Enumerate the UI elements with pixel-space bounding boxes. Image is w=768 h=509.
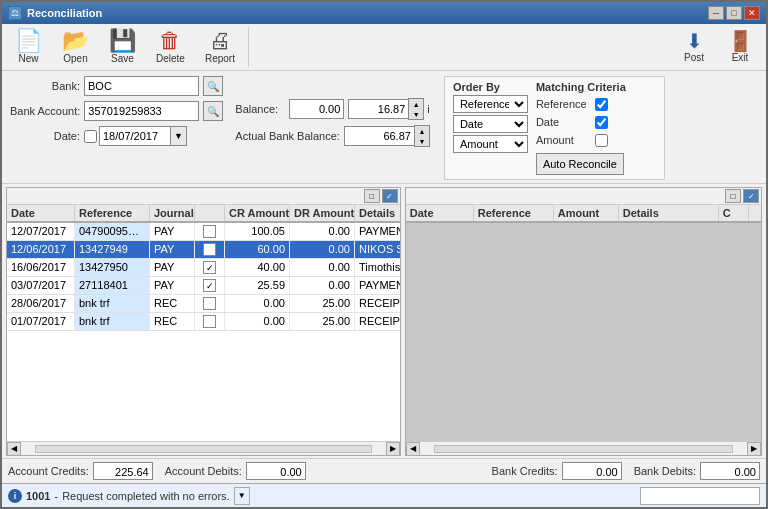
cell-cr-amount: 0.00	[225, 313, 290, 330]
cell-date: 28/06/2017	[7, 295, 75, 312]
auto-reconcile-button[interactable]: Auto Reconcile	[536, 153, 624, 175]
left-scrollbar-h[interactable]: ◀ ▶	[7, 441, 400, 455]
date-checkbox[interactable]	[84, 130, 97, 143]
left-table-row[interactable]: 12/06/2017 13427949 PAY ✓ 60.00 0.00 NIK…	[7, 241, 400, 259]
order-by-title: Order By	[453, 81, 528, 93]
order-by-date-select[interactable]: Date Reference Amount	[453, 115, 528, 133]
balance-input[interactable]	[289, 99, 344, 119]
right-tool-btn-2[interactable]: ✓	[743, 189, 759, 203]
save-button[interactable]: 💾 Save	[100, 27, 145, 67]
bank-debits-label: Bank Debits:	[634, 465, 696, 477]
bank-credits-value: 0.00	[562, 462, 622, 480]
cell-journal: PAY	[150, 223, 195, 240]
order-by-reference-row: Reference Date Amount	[453, 95, 528, 113]
minimize-button[interactable]: ─	[708, 6, 724, 20]
cell-dr-amount: 25.00	[290, 313, 355, 330]
open-button[interactable]: 📂 Open	[53, 27, 98, 67]
bank-account-input[interactable]	[84, 101, 199, 121]
actual-spin-buttons: ▲ ▼	[414, 125, 430, 147]
spin-up-button[interactable]: ▲	[409, 99, 423, 109]
post-label: Post	[684, 52, 704, 63]
bank-debits-value: 0.00	[700, 462, 760, 480]
report-button[interactable]: 🖨 Report	[196, 27, 244, 67]
cell-check[interactable]	[195, 313, 225, 330]
matching-reference-checkbox[interactable]	[595, 98, 608, 111]
rcol-c: C	[719, 205, 749, 221]
cell-cr-amount: 100.05	[225, 223, 290, 240]
left-tool-btn-2[interactable]: ✓	[382, 189, 398, 203]
left-table-row[interactable]: 12/07/2017 04790095907 PAY 100.05 0.00 P…	[7, 223, 400, 241]
window-title: Reconciliation	[27, 7, 102, 19]
delete-label: Delete	[156, 53, 185, 64]
left-table-row[interactable]: 01/07/2017 bnk trf REC 0.00 25.00 RECEIP…	[7, 313, 400, 331]
row-checkbox[interactable]	[203, 225, 216, 238]
maximize-button[interactable]: □	[726, 6, 742, 20]
new-icon: 📄	[15, 30, 42, 52]
scroll-left-button[interactable]: ◀	[7, 442, 21, 456]
account-credits-label: Account Credits:	[8, 465, 89, 477]
right-scrollbar-h[interactable]: ◀ ▶	[406, 441, 761, 455]
row-checkbox[interactable]	[203, 315, 216, 328]
delete-icon: 🗑	[159, 30, 181, 52]
cell-reference: bnk trf	[75, 313, 150, 330]
matching-date-checkbox[interactable]	[595, 116, 608, 129]
row-checkbox[interactable]: ✓	[203, 261, 216, 274]
actual-spin-up-button[interactable]: ▲	[415, 126, 429, 136]
cell-details: Timothis Pse	[355, 259, 400, 276]
bank-search-button[interactable]: 🔍	[203, 76, 223, 96]
row-checkbox[interactable]	[203, 297, 216, 310]
actual-balance-input[interactable]	[344, 126, 414, 146]
left-tool-btn-1[interactable]: □	[364, 189, 380, 203]
bank-input[interactable]	[84, 76, 199, 96]
left-table-row[interactable]: 28/06/2017 bnk trf REC 0.00 25.00 RECEIP…	[7, 295, 400, 313]
save-label: Save	[111, 53, 134, 64]
cell-date: 03/07/2017	[7, 277, 75, 294]
order-by-section: Order By Reference Date Amount Date Refe…	[453, 81, 528, 153]
cell-reference: 04790095907	[75, 223, 150, 240]
new-button[interactable]: 📄 New	[6, 27, 51, 67]
spin-down-button[interactable]: ▼	[409, 109, 423, 119]
order-by-amount-select[interactable]: Amount Reference Date	[453, 135, 528, 153]
right-scroll-track[interactable]	[434, 445, 733, 453]
balance-spin-input[interactable]	[348, 99, 408, 119]
date-picker-button[interactable]: ▼	[171, 126, 187, 146]
matching-amount-checkbox[interactable]	[595, 134, 608, 147]
left-scroll-track[interactable]	[35, 445, 372, 453]
matching-criteria-section: Matching Criteria Reference Date Amount …	[536, 81, 656, 175]
date-input[interactable]	[99, 126, 171, 146]
row-checkbox[interactable]: ✓	[203, 243, 216, 256]
row-checkbox[interactable]: ✓	[203, 279, 216, 292]
col-details: Details	[355, 205, 401, 221]
left-table-row[interactable]: 03/07/2017 27118401 PAY ✓ 25.59 0.00 PAY…	[7, 277, 400, 295]
cell-check[interactable]: ✓	[195, 277, 225, 294]
balance-label: Balance:	[235, 103, 285, 115]
actual-spin-down-button[interactable]: ▼	[415, 136, 429, 146]
exit-button[interactable]: 🚪 Exit	[718, 28, 762, 66]
status-separator: -	[54, 490, 58, 502]
cell-check[interactable]: ✓	[195, 241, 225, 258]
col-reference: Reference	[75, 205, 150, 221]
cell-details: PAYMENTS - 3	[355, 223, 400, 240]
scroll-right-button[interactable]: ▶	[386, 442, 400, 456]
close-button[interactable]: ✕	[744, 6, 760, 20]
delete-button[interactable]: 🗑 Delete	[147, 27, 194, 67]
order-by-reference-select[interactable]: Reference Date Amount	[453, 95, 528, 113]
right-tool-btn-1[interactable]: □	[725, 189, 741, 203]
cell-check[interactable]	[195, 295, 225, 312]
right-scroll-right-button[interactable]: ▶	[747, 442, 761, 456]
status-message: Request completed with no errors.	[62, 490, 230, 502]
cell-check[interactable]: ✓	[195, 259, 225, 276]
account-credits-value: 225.64	[93, 462, 153, 480]
window-icon: ⚖	[8, 6, 22, 20]
col-check	[195, 205, 225, 221]
date-row: Date: ▼	[10, 126, 223, 146]
left-table-row[interactable]: 16/06/2017 13427950 PAY ✓ 40.00 0.00 Tim…	[7, 259, 400, 277]
status-code: 1001	[26, 490, 50, 502]
status-dropdown-button[interactable]: ▼	[234, 487, 250, 505]
bank-account-search-button[interactable]: 🔍	[203, 101, 223, 121]
cell-cr-amount: 40.00	[225, 259, 290, 276]
cell-check[interactable]	[195, 223, 225, 240]
right-scroll-left-button[interactable]: ◀	[406, 442, 420, 456]
post-button[interactable]: ⬇ Post	[672, 28, 716, 66]
cell-reference: 13427949	[75, 241, 150, 258]
